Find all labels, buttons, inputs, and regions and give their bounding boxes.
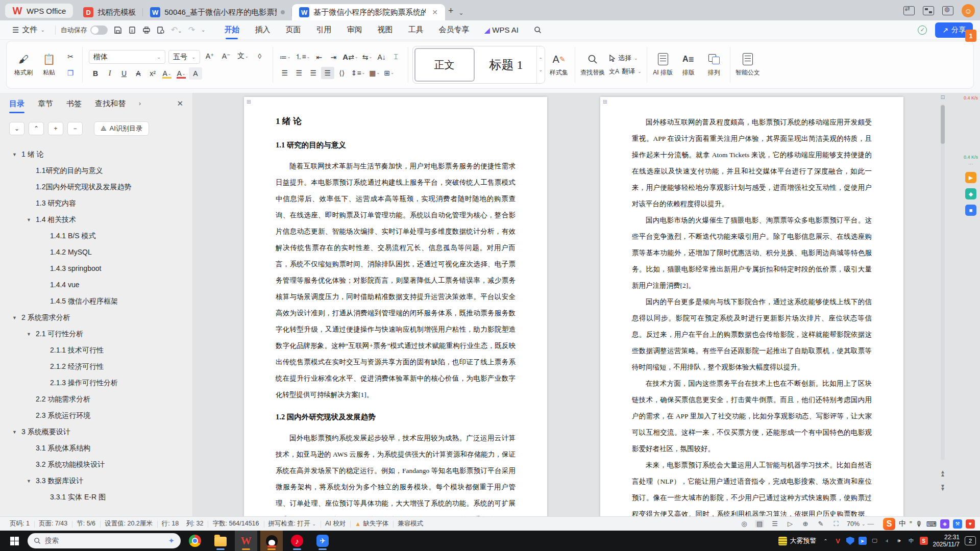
shading-button[interactable]: ▦⌄ xyxy=(368,67,381,79)
sogou-tray-icon[interactable]: S xyxy=(920,537,928,545)
close-tab-icon[interactable]: ✕ xyxy=(432,8,438,16)
toc-item[interactable]: ▼1.4 相关技术 xyxy=(0,211,192,228)
tab-reference[interactable]: 引用 xyxy=(308,20,339,39)
weather-widget[interactable]: 大雾预警 xyxy=(778,536,817,545)
ime-lang-indicator[interactable]: 中 xyxy=(908,537,916,545)
status-line-col[interactable]: 行: 18 列: 32 xyxy=(157,519,208,528)
layout-button[interactable]: A≣ 排版 xyxy=(676,44,701,86)
document-canvas[interactable]: ⊞ 1 绪 论 1.1 研究的目的与意义 随着互联网技术革新与生活节奏加快，用户… xyxy=(193,93,980,517)
taskbar-app-qq[interactable] xyxy=(260,531,283,551)
eye-protect-icon[interactable]: ◎ xyxy=(740,520,749,528)
cut-button[interactable]: ✂ xyxy=(64,51,77,63)
font-size-select[interactable]: 五号⌄ xyxy=(168,50,200,64)
taskbar-app-messenger[interactable]: ✈ xyxy=(311,531,334,551)
toc-item[interactable]: 1.4.1 B/S 模式 xyxy=(0,228,192,244)
ime-punctuation[interactable]: ” xyxy=(910,520,912,528)
ime-chinese-mode[interactable]: 中 xyxy=(899,519,906,529)
clear-format-button[interactable]: ◊ xyxy=(253,50,266,62)
sidebar-tab-toc[interactable]: 目录 xyxy=(9,99,24,109)
document-page-right[interactable]: ⊞ 国外移动互联网的普及程度颇高，电影票预订系统的移动端应用开发颇受重视。APP… xyxy=(600,97,903,517)
justify-button[interactable]: ☰ xyxy=(321,67,334,79)
toc-expand-button[interactable]: ⌃ xyxy=(29,122,44,135)
tab-docer-templates[interactable]: D 找稻壳模板 xyxy=(76,4,143,20)
vertical-scrollbar[interactable]: ⊡ ▲▲ ▼▼ xyxy=(939,94,946,516)
toc-item[interactable]: 1.4.3 springboot xyxy=(0,260,192,277)
more-dots-icon[interactable]: ⋯ xyxy=(968,161,973,167)
align-center-button[interactable]: ☰ xyxy=(292,67,306,79)
volume-icon[interactable]: 🕪 xyxy=(895,537,903,545)
status-ai-proof[interactable]: AI 校对 xyxy=(321,519,350,528)
toc-item[interactable]: ▼3 系统概要设计 xyxy=(0,423,192,440)
floating-app-icon-teal[interactable]: ◆ xyxy=(965,188,976,199)
sidebar-tabs-overflow-icon[interactable]: › xyxy=(139,100,141,107)
arrange-button[interactable]: 排列 xyxy=(701,44,727,86)
toc-item[interactable]: 2.1.3 操作可行性分析 xyxy=(0,374,192,391)
print-icon[interactable] xyxy=(142,26,151,34)
message-center-icon[interactable] xyxy=(903,6,915,15)
quickbar-more-icon[interactable]: ⌄ xyxy=(201,27,205,33)
tab-member[interactable]: 会员专享 xyxy=(431,20,477,39)
zoom-control[interactable]: 70%⌄— xyxy=(847,520,874,528)
toc-collapse-button[interactable]: ⌄ xyxy=(9,122,24,135)
toc-item[interactable]: 3.1 系统体系结构 xyxy=(0,440,192,456)
tab-insert[interactable]: 插入 xyxy=(247,20,278,39)
toc-item[interactable]: 2.2 功能需求分析 xyxy=(0,391,192,407)
select-button[interactable]: 选择⌄ xyxy=(609,54,642,63)
align-right-button[interactable]: ☰ xyxy=(307,67,320,79)
tab-document-50046[interactable]: W 50046_基于微信小程序的电影票预 xyxy=(143,4,292,20)
notification-count-badge[interactable]: 2 xyxy=(965,536,976,545)
notification-icon[interactable] xyxy=(942,6,953,15)
toc-item[interactable]: 1.2国内外研究现状及发展趋势 xyxy=(0,179,192,195)
floating-badge[interactable]: 1 xyxy=(965,30,976,42)
screenshot-icon[interactable]: ⛶ xyxy=(831,520,841,528)
web-view-icon[interactable]: ⊕ xyxy=(801,520,810,528)
tray-download-icon[interactable]: ➤ xyxy=(859,537,867,545)
toc-item[interactable]: 1.4.5 微信小程序框架 xyxy=(0,293,192,309)
toc-item[interactable]: 1.1研究的目的与意义 xyxy=(0,162,192,179)
styles-scroll-up-icon[interactable]: ⌃ xyxy=(539,57,543,62)
redo-icon[interactable]: ↷ xyxy=(188,25,195,35)
ai-recognize-toc-button[interactable]: ⟁ AI识别目录 xyxy=(94,121,149,136)
start-button[interactable] xyxy=(4,531,24,551)
toc-item[interactable]: 2.3 系统运行环境 xyxy=(0,407,192,423)
status-section[interactable]: 节: 5/6 xyxy=(72,519,100,528)
style-body-text[interactable]: 正文 xyxy=(414,48,475,82)
toc-item[interactable]: 3.2 系统功能模块设计 xyxy=(0,456,192,472)
tab-home[interactable]: 开始 xyxy=(216,20,247,39)
avatar[interactable]: ☺ xyxy=(962,4,975,17)
autosave-toggle-group[interactable]: 自动保存 xyxy=(61,26,108,35)
save-icon[interactable] xyxy=(114,26,122,34)
tab-document-active[interactable]: W 基于微信小程序的影院购票系统的 ✕ xyxy=(292,4,445,20)
sidebar-close-icon[interactable]: ✕ xyxy=(177,99,183,108)
toc-item[interactable]: 1.4.2 MySQL xyxy=(0,244,192,260)
copy-button[interactable]: ❐ xyxy=(64,67,77,79)
page-view-icon[interactable]: ▤ xyxy=(755,520,764,528)
status-compat-mode[interactable]: 兼容模式 xyxy=(393,519,428,528)
toc-item[interactable]: ▼1 绪 论 xyxy=(0,146,192,162)
outline-view-icon[interactable]: ☰ xyxy=(770,520,779,528)
phonetic-guide-button[interactable]: 文⌄ xyxy=(236,50,250,62)
font-color-button[interactable]: A⌄ xyxy=(175,67,188,80)
ime-toolbox-icon[interactable]: ⚒ xyxy=(953,519,962,529)
ai-layout-button[interactable]: ✦ AI 排版 xyxy=(650,44,676,86)
tray-expand-icon[interactable]: ⌃ xyxy=(822,537,830,545)
mic-icon[interactable]: 🎙 xyxy=(916,520,923,528)
translate-button[interactable]: 文A 翻译⌄ xyxy=(609,67,642,76)
status-spell-check[interactable]: 拼写检查: 打开⌄ xyxy=(264,519,321,528)
taskbar-app-chrome[interactable] xyxy=(184,531,206,551)
sogou-logo-icon[interactable]: S xyxy=(883,518,895,530)
doc-check-icon[interactable]: ✓ xyxy=(918,26,927,35)
export-pdf-icon[interactable] xyxy=(128,26,136,34)
sidebar-tab-find-replace[interactable]: 查找和替 xyxy=(95,99,126,109)
tab-ruler-button[interactable]: ⌶ xyxy=(389,51,403,63)
border-button[interactable]: ⊞⌄ xyxy=(382,67,396,79)
taskbar-clock[interactable]: 22:31 2025/11/7 xyxy=(933,534,960,548)
ruler-toggle-icon[interactable]: ⊡ xyxy=(939,94,946,101)
tab-review[interactable]: 审阅 xyxy=(339,20,370,39)
tray-app-icon-red[interactable]: V xyxy=(834,537,842,545)
taskbar-app-wps[interactable]: W xyxy=(235,531,257,551)
smart-doc-button[interactable]: ★ 智能公文 xyxy=(733,44,762,86)
toc-item[interactable]: 1.4.4 vue xyxy=(0,277,192,293)
tab-tools[interactable]: 工具 xyxy=(400,20,431,39)
tab-wps-home[interactable]: W WPS Office xyxy=(5,4,73,18)
